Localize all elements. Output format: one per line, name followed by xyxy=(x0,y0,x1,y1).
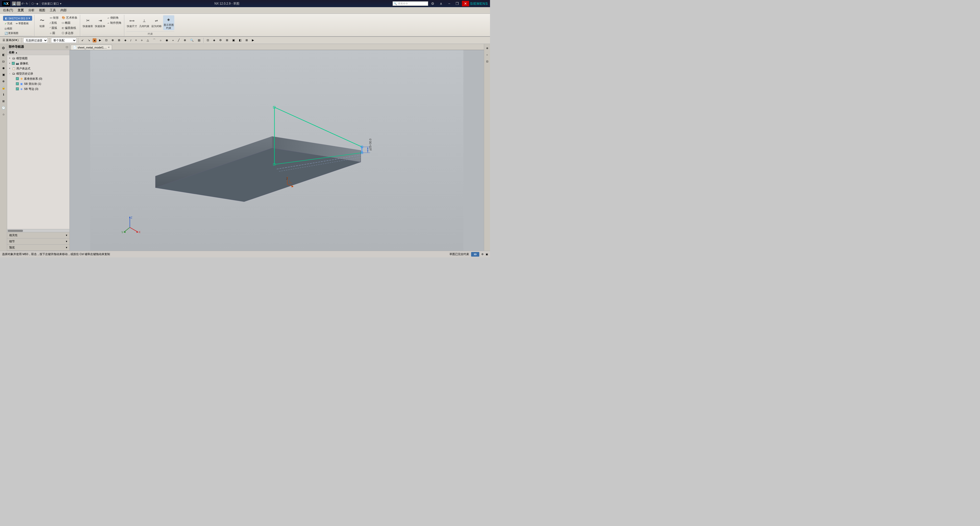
tb-icon3[interactable]: ⊡ xyxy=(103,38,109,42)
tree-user-expr[interactable]: + 📋 用户表达式 xyxy=(7,66,69,71)
chamfer-btn[interactable]: ⌐ 倒斜角 xyxy=(107,15,122,20)
tree-sb-extrude[interactable]: ✓ ▣ SB 突出块 (1) xyxy=(7,81,69,86)
offset-btn[interactable]: ⊏ 偏置曲线 xyxy=(61,26,78,30)
menu-internal[interactable]: 内部 xyxy=(59,8,68,13)
set-symmetric-btn[interactable]: ⇌ 设为对称 xyxy=(151,15,162,30)
arc-btn[interactable]: ◜ 圆弧 xyxy=(49,26,60,30)
rect-btn[interactable]: ▭ 矩形 xyxy=(49,15,60,20)
tree-camera[interactable]: + ✓ 📷 摄像机 xyxy=(7,61,69,66)
bottom-btn2[interactable]: ▣ xyxy=(486,253,488,256)
nav-section-related[interactable]: 相关性 ▾ xyxy=(7,232,69,239)
bend-check[interactable]: ✓ xyxy=(16,87,19,90)
lt-btn7[interactable]: ℹ xyxy=(0,91,6,97)
tb-icon16[interactable]: ⊕ xyxy=(182,38,188,42)
circle-btn[interactable]: ○ 圆 xyxy=(49,31,60,35)
tb-icon10[interactable]: △ xyxy=(145,38,150,42)
menu-tools[interactable]: 工具 xyxy=(48,8,58,13)
update-model-btn[interactable]: 🔄 更新视图 xyxy=(3,31,32,35)
extrude-check[interactable]: ✓ xyxy=(16,82,19,85)
section-btn[interactable]: ⊡ 截面 xyxy=(3,26,32,31)
3d-canvas[interactable]: p25=30.0 Z X Y xyxy=(70,50,484,251)
ellipse-btn[interactable]: ⬭ 椭圆 xyxy=(61,21,78,25)
rt-btn1[interactable]: ⊕ xyxy=(484,45,490,51)
finish-btn[interactable]: ✓ 完成 xyxy=(3,21,14,26)
menu-task[interactable]: 任务(T) xyxy=(1,8,15,13)
lt-btn2[interactable]: 🗂 xyxy=(0,58,6,64)
expand-camera[interactable]: + xyxy=(8,62,11,65)
lt-btn1[interactable]: ◧ xyxy=(0,52,6,58)
undo-dropdown[interactable]: ▾ xyxy=(24,2,25,5)
sketch-draw-btn[interactable]: ✏ 草图着画 xyxy=(14,21,30,26)
menu-home[interactable]: 主页 xyxy=(16,8,26,13)
tb-icon9[interactable]: ⟡ xyxy=(139,38,144,42)
tb-icon7[interactable]: / xyxy=(129,38,133,42)
tool-icon-4[interactable]: ◈ xyxy=(36,2,38,5)
lt-btn4[interactable]: ▣ xyxy=(0,72,6,78)
tb-icon17[interactable]: 🔍 xyxy=(189,38,195,42)
quick-extend-btn[interactable]: ⇥ 快速延伸 xyxy=(94,15,106,30)
viewport[interactable]: 📄 sheet_metal_model1.... ✕ xyxy=(70,44,484,251)
close-btn[interactable]: ✕ xyxy=(462,1,469,6)
tb-icon15[interactable]: ╱ xyxy=(177,38,181,42)
tree-datum-csys[interactable]: ✓ ⊕ 基准坐标系 (0) xyxy=(7,76,69,81)
tb-icon11[interactable]: ⌒ xyxy=(151,38,157,43)
settings-btn[interactable]: ⚙ xyxy=(429,1,436,6)
rt-btn3[interactable]: ⊡ xyxy=(484,58,490,64)
expand-model-view[interactable]: + xyxy=(8,57,11,60)
tb-icon19[interactable]: ⊡ xyxy=(205,38,210,42)
toolbar-icon-1[interactable]: 💾 xyxy=(12,2,16,6)
lt-btn8[interactable]: ⊞ xyxy=(0,98,6,104)
tree-model-history[interactable]: - 🗂 模型历史记录 xyxy=(7,71,69,76)
tab-close[interactable]: ✕ xyxy=(108,46,110,49)
tb-icon4[interactable]: ⊕ xyxy=(110,38,115,42)
quick-trim-btn[interactable]: ✂ 快速修剪 xyxy=(82,15,94,30)
camera-check[interactable]: ✓ xyxy=(12,62,15,65)
switch-window-btn[interactable]: 切换窗口 xyxy=(41,2,53,6)
polygon-btn[interactable]: ⬡ 多边形 xyxy=(61,31,78,35)
tb-icon2[interactable]: ▶ xyxy=(97,38,103,42)
rt-btn2[interactable]: ○ xyxy=(484,52,490,58)
datum-check[interactable]: ✓ xyxy=(16,77,19,80)
tb-icon23[interactable]: ▣ xyxy=(231,38,236,42)
tb-icon5[interactable]: ⊞ xyxy=(116,38,122,42)
window-btn[interactable]: 窗口 ▾ xyxy=(53,2,61,6)
tool-icon-3[interactable]: ⬡ xyxy=(32,2,34,5)
collapse-btn[interactable]: ∧ xyxy=(438,1,445,6)
lt-btn3[interactable]: ◉ xyxy=(0,65,6,71)
geom-constraint-btn[interactable]: ⊥ 几何约束 xyxy=(138,15,150,30)
bottom-btn1[interactable]: ⚙ xyxy=(481,253,484,256)
search-bar[interactable]: 🔍 搜索命令 xyxy=(393,1,428,6)
lt-btn10[interactable]: ☆ xyxy=(0,112,6,118)
tb-icon21[interactable]: ⚙ xyxy=(218,38,223,42)
restore-btn[interactable]: ❐ xyxy=(454,1,461,6)
tb-icon12[interactable]: ○ xyxy=(158,38,163,42)
expand-user-expr[interactable]: + xyxy=(8,67,11,70)
nav-section-detail[interactable]: 细节 ▾ xyxy=(7,239,69,245)
filter-dropdown[interactable]: 无选择过滤器 xyxy=(23,38,48,43)
corner-btn[interactable]: ⌐ 制作拐角 xyxy=(107,21,122,25)
lt-btn5[interactable]: ⊕ xyxy=(0,78,6,84)
undo-btn[interactable]: ↺ xyxy=(21,2,24,5)
assembly-dropdown[interactable]: 整个装配 xyxy=(51,38,76,43)
3d-badge[interactable]: 3D xyxy=(471,252,479,257)
show-constraint-btn[interactable]: ◈ 显示草图约束 xyxy=(163,15,174,30)
line-btn[interactable]: / 直线 xyxy=(49,21,60,25)
tb-icon20[interactable]: ◈ xyxy=(212,38,217,42)
tb-icon13[interactable]: ◉ xyxy=(164,38,170,42)
nav-scrollbar[interactable] xyxy=(7,229,69,232)
menu-analysis[interactable]: 分析 xyxy=(26,8,37,13)
lt-settings[interactable]: ⚙ xyxy=(0,45,6,51)
tree-sb-bend[interactable]: ✓ ◈ SB 弯边 (3) xyxy=(7,86,69,91)
profile-btn[interactable]: 〜 轮廓 xyxy=(37,15,48,30)
minimize-btn[interactable]: − xyxy=(445,1,453,6)
viewport-tab[interactable]: 📄 sheet_metal_model1.... ✕ xyxy=(71,45,112,50)
snap-btn2[interactable]: ↘ xyxy=(86,38,92,42)
expand-model-history[interactable]: - xyxy=(8,72,11,75)
lt-btn6[interactable]: 🔒 xyxy=(0,85,6,91)
tb-icon6[interactable]: ◈ xyxy=(123,38,128,42)
tb-icon8[interactable]: ⌗ xyxy=(134,38,138,42)
menu-btn[interactable]: ☰ 菜单(M▼) xyxy=(1,38,20,43)
toolbar-icon-2[interactable]: ⬚ xyxy=(17,2,21,6)
tb-icon18[interactable]: ▤ xyxy=(196,38,202,42)
nav-section-preview[interactable]: 预览 ▾ xyxy=(7,245,69,251)
